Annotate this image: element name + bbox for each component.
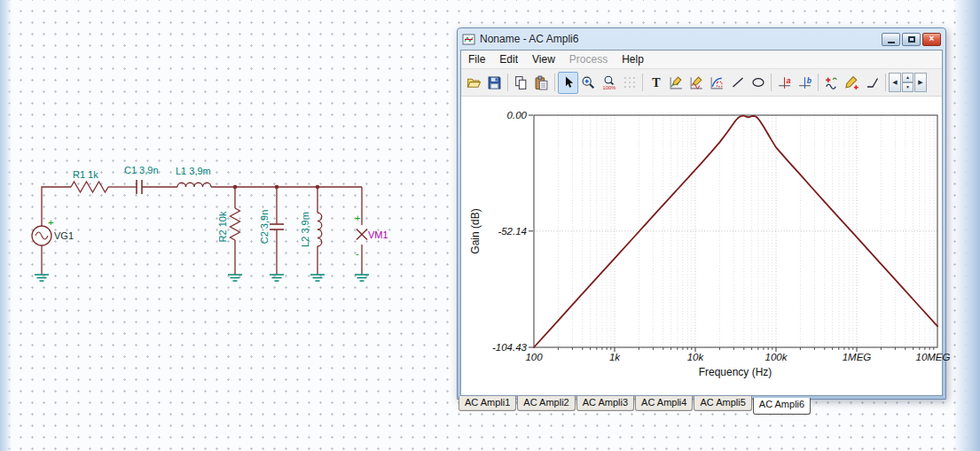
cursor-a-button[interactable]: a xyxy=(774,72,795,94)
vg1-label: VG1 xyxy=(54,230,74,241)
paste-icon xyxy=(534,75,549,90)
toolbar-separator xyxy=(818,74,819,91)
l2-label: L2 3,9m xyxy=(300,212,310,247)
curve-spinner: ▲ ▼ xyxy=(902,73,913,92)
x-axis-title: Frequency (Hz) xyxy=(699,366,772,378)
minimize-button[interactable] xyxy=(882,33,900,46)
diagram-tab-strip: AC Ampli1 AC Ampli2 AC Ampli3 AC Ampli4 … xyxy=(459,396,811,415)
save-icon xyxy=(487,75,502,90)
line-tool-button[interactable] xyxy=(727,72,748,94)
prev-curve-button[interactable]: ◀ xyxy=(889,73,901,92)
copy-button[interactable] xyxy=(511,72,531,94)
svg-text:a: a xyxy=(787,75,791,84)
x-tick-label: 1k xyxy=(609,352,620,362)
add-waveform-button[interactable] xyxy=(821,72,842,94)
x-tick-label: 1MEG xyxy=(843,352,872,362)
wires[interactable] xyxy=(42,187,362,275)
x-tick-label: 10MEG xyxy=(916,352,951,362)
menu-edit[interactable]: Edit xyxy=(492,51,525,67)
tab-ac-ampli4[interactable]: AC Ampli4 xyxy=(635,396,693,411)
svg-text:100%: 100% xyxy=(602,84,615,89)
open-folder-icon xyxy=(466,75,482,90)
ac-analysis-window: Noname - AC Ampli6 × File Edit View Proc… xyxy=(457,27,946,400)
tab-ac-ampli3[interactable]: AC Ampli3 xyxy=(576,396,634,411)
open-button[interactable] xyxy=(464,72,484,94)
svg-text:b: b xyxy=(807,75,811,84)
c2-label: C2 3,9n xyxy=(259,210,270,245)
menu-help[interactable]: Help xyxy=(615,51,651,67)
zoom-in-icon xyxy=(581,75,596,90)
gain-curve-plot xyxy=(534,115,937,347)
l1-inductor[interactable]: L1 3,9m xyxy=(176,166,211,187)
toolbar-separator xyxy=(554,74,555,91)
tab-ac-ampli1[interactable]: AC Ampli1 xyxy=(459,396,516,411)
y-tick-label: -52.14 xyxy=(461,226,527,237)
close-button[interactable]: × xyxy=(922,33,941,46)
ellipse-icon xyxy=(751,75,765,89)
tab-ac-ampli6[interactable]: AC Ampli6 xyxy=(753,398,811,415)
tab-ac-ampli2[interactable]: AC Ampli2 xyxy=(517,396,575,411)
c2-capacitor[interactable]: C2 3,9n xyxy=(259,210,284,245)
l2-inductor[interactable]: L2 3,9m xyxy=(300,212,322,247)
zoom-100-button[interactable]: 100% xyxy=(599,72,619,94)
menu-file[interactable]: File xyxy=(461,51,492,67)
corner-line-button[interactable] xyxy=(862,72,882,94)
tab-ac-ampli5[interactable]: AC Ampli5 xyxy=(694,396,751,411)
cursor-b-button[interactable]: b xyxy=(795,72,815,94)
pen-wave-button[interactable] xyxy=(686,72,707,94)
r2-resistor[interactable]: R2 10k xyxy=(217,208,240,242)
zoom-in-button[interactable] xyxy=(578,72,599,94)
chart-area: Gain (dB) 0.00 -52.14 -104.43 100 1k 10k… xyxy=(461,97,942,395)
maximize-button[interactable] xyxy=(902,33,921,46)
add-waveform-icon xyxy=(824,75,840,90)
window-edge-left xyxy=(0,0,12,451)
grid-icon xyxy=(623,75,637,89)
pen-chart-button[interactable] xyxy=(666,72,686,94)
window-title: Noname - AC Ampli6 xyxy=(480,33,880,45)
down-arrow-icon: ▼ xyxy=(906,85,910,89)
x-tick-label: 100k xyxy=(765,352,788,362)
line-icon xyxy=(731,75,745,89)
vm1-voltmeter[interactable]: + - VM1 xyxy=(355,213,388,259)
ground-symbols[interactable] xyxy=(35,275,369,281)
toolbar-separator xyxy=(642,74,643,91)
toolbar: 100% T xyxy=(461,69,942,97)
title-bar[interactable]: Noname - AC Ampli6 × xyxy=(460,28,943,50)
text-tool-icon: T xyxy=(649,75,663,89)
probe-plus-button[interactable] xyxy=(842,72,862,94)
toolbar-separator xyxy=(885,74,886,91)
menu-process: Process xyxy=(562,51,615,67)
menu-bar: File Edit View Process Help xyxy=(461,51,942,69)
chart-select-icon xyxy=(710,75,725,90)
svg-text:T: T xyxy=(652,76,661,89)
pen-wave-icon xyxy=(689,75,704,90)
r2-label: R2 10k xyxy=(217,211,228,242)
save-button[interactable] xyxy=(484,72,505,94)
spinner-up-button[interactable]: ▲ xyxy=(902,73,913,82)
next-curve-button[interactable]: ▶ xyxy=(914,73,927,92)
maximize-icon xyxy=(908,36,915,43)
l1-label: L1 3,9m xyxy=(176,166,211,176)
ellipse-tool-button[interactable] xyxy=(748,72,768,94)
zoom-100-icon: 100% xyxy=(601,75,617,90)
copy-icon xyxy=(514,75,529,90)
pointer-tool-button[interactable] xyxy=(558,72,578,94)
c1-capacitor[interactable]: C1 3,9n xyxy=(124,165,159,194)
vg1-source[interactable]: + VG1 xyxy=(32,217,74,245)
c1-label: C1 3,9n xyxy=(124,165,159,175)
grid-toggle-button[interactable] xyxy=(619,72,639,94)
app-icon xyxy=(462,33,475,46)
vm1-minus-sign: - xyxy=(356,248,359,259)
menu-view[interactable]: View xyxy=(525,51,562,67)
spinner-down-button[interactable]: ▼ xyxy=(902,82,913,92)
corner-line-icon xyxy=(866,75,880,89)
toolbar-separator xyxy=(771,74,772,91)
r1-resistor[interactable]: R1 1k xyxy=(71,169,108,192)
schematic-canvas[interactable]: + VG1 R1 1k C1 3,9n L1 3,9m R2 10k xyxy=(27,133,408,319)
vg1-plus-sign: + xyxy=(48,217,53,228)
chart-select-button[interactable] xyxy=(707,72,727,94)
text-tool-button[interactable]: T xyxy=(646,72,666,94)
y-tick-label: -104.43 xyxy=(461,342,527,353)
right-arrow-icon: ▶ xyxy=(918,79,922,86)
paste-button[interactable] xyxy=(531,72,552,94)
